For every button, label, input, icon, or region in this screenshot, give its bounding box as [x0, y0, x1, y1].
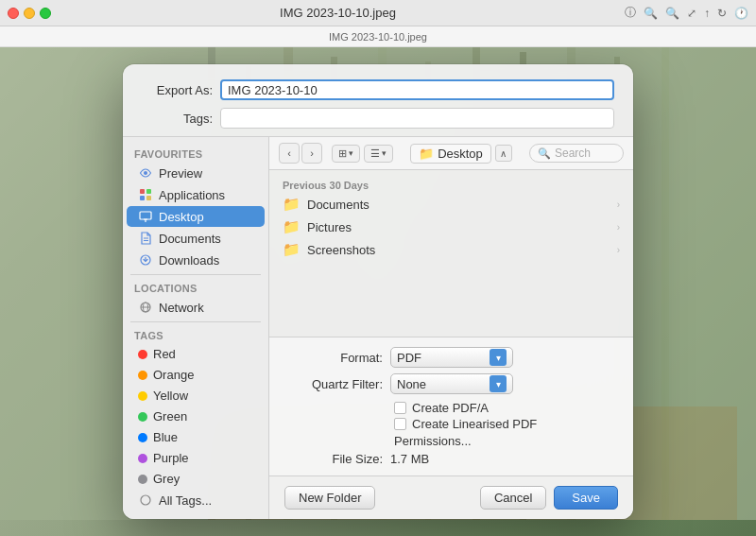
share-icon[interactable]: ↑ [704, 7, 710, 20]
path-selector: 📁 Desktop ∧ [399, 144, 524, 164]
sidebar-item-blue[interactable]: Blue [127, 427, 265, 447]
background-window: IMG 2023-10-10.jpeg ⓘ 🔍 🔍 ⤢ ↑ ↻ 🕐 IMG 20… [0, 0, 756, 536]
subtitle-label: IMG 2023-10-10.jpeg [329, 31, 427, 43]
search-icon: 🔍 [538, 147, 551, 160]
folder-dropdown[interactable]: 📁 Desktop [410, 144, 491, 164]
sidebar-item-yellow[interactable]: Yellow [127, 386, 265, 406]
orange-dot [138, 371, 147, 380]
grid-icon: ⊞ [338, 147, 347, 160]
sidebar-item-network[interactable]: Network [127, 297, 265, 318]
checkbox-linearised-row: Create Linearised PDF [288, 416, 614, 432]
file-section-previous-30: Previous 30 Days [269, 174, 633, 193]
maximize-button[interactable] [40, 8, 51, 19]
format-select-arrow: ▾ [490, 349, 507, 366]
desktop-icon [138, 209, 153, 224]
subtitle-bar: IMG 2023-10-10.jpeg [0, 26, 756, 47]
file-item-screenshots-label: Screenshots [307, 243, 375, 257]
app-icon [138, 187, 153, 202]
path-expand-button[interactable]: ∧ [495, 145, 512, 162]
save-button[interactable]: Save [554, 486, 618, 510]
sidebar-item-desktop-label: Desktop [159, 210, 204, 224]
toolbar-icons: ⓘ 🔍 🔍 ⤢ ↑ ↻ 🕐 [625, 5, 748, 21]
file-item-pictures[interactable]: 📁 Pictures › [269, 216, 633, 238]
file-item-documents[interactable]: 📁 Documents › [269, 193, 633, 216]
minimize-button[interactable] [24, 8, 35, 19]
back-button[interactable]: ‹ [279, 143, 300, 164]
sidebar-item-network-label: Network [159, 301, 204, 315]
tags-input[interactable] [220, 108, 614, 129]
info-icon[interactable]: ⓘ [625, 5, 636, 21]
tag-red-label: Red [153, 347, 176, 361]
downloads-icon [138, 252, 153, 268]
sidebar-item-downloads[interactable]: Downloads [127, 250, 265, 270]
sidebar-item-desktop[interactable]: Desktop [127, 206, 265, 227]
folder-pictures-icon: 📁 [283, 218, 300, 235]
sidebar-item-applications-label: Applications [159, 188, 225, 202]
sidebar-item-preview[interactable]: Preview [127, 163, 265, 183]
dialog-overlay: Export As: IMG 2023-10-10 Tags: Favourit… [0, 47, 756, 536]
list-icon: ☰ [370, 147, 380, 160]
grid-view-button[interactable]: ⊞ ▾ [332, 145, 360, 163]
window-title: IMG 2023-10-10.jpeg [57, 6, 619, 20]
all-tags-label: All Tags... [159, 493, 212, 508]
svg-rect-17 [140, 196, 145, 200]
zoom-in-icon[interactable]: 🔍 [644, 7, 658, 20]
nav-bar: ‹ › ⊞ ▾ ☰ ▾ [269, 137, 633, 170]
search-box[interactable]: 🔍 Search [529, 144, 624, 163]
sidebar-item-purple[interactable]: Purple [127, 448, 265, 468]
quartz-value: None [397, 377, 426, 391]
sidebar-item-red[interactable]: Red [127, 344, 265, 364]
zoom-out-icon[interactable]: 🔍 [665, 7, 679, 20]
sidebar-item-documents[interactable]: Documents [127, 228, 265, 249]
sidebar-item-grey[interactable]: Grey [127, 469, 265, 489]
svg-rect-16 [146, 189, 151, 194]
close-button[interactable] [8, 8, 19, 19]
save-dialog: Export As: IMG 2023-10-10 Tags: Favourit… [123, 64, 633, 519]
new-folder-button[interactable]: New Folder [284, 486, 375, 510]
view-controls: ⊞ ▾ ☰ ▾ [332, 145, 393, 163]
locations-label: Locations [123, 279, 268, 296]
sidebar-item-green[interactable]: Green [127, 406, 265, 426]
permissions-link[interactable]: Permissions... [394, 434, 472, 448]
options-area: Format: PDF ▾ Quartz Filter: [269, 337, 633, 475]
sidebar: Favourites Preview [123, 137, 269, 519]
format-value: PDF [397, 351, 421, 365]
chevron-documents-icon: › [617, 199, 620, 210]
traffic-lights [8, 8, 51, 19]
cancel-button[interactable]: Cancel [480, 486, 546, 510]
export-as-input[interactable]: IMG 2023-10-10 [220, 79, 614, 100]
list-view-button[interactable]: ☰ ▾ [364, 145, 393, 163]
forward-button[interactable]: › [301, 143, 322, 164]
dialog-body: Favourites Preview [123, 137, 633, 519]
yellow-dot [138, 391, 147, 401]
checkbox-pdf-a[interactable] [394, 402, 406, 414]
format-label: Format: [288, 351, 383, 365]
sidebar-divider-1 [130, 274, 261, 275]
fit-icon[interactable]: ⤢ [687, 7, 696, 20]
quartz-label: Quartz Filter: [288, 377, 383, 391]
file-item-screenshots[interactable]: 📁 Screenshots › [269, 238, 633, 261]
filesize-row: File Size: 1.7 MB [288, 452, 614, 466]
sidebar-item-all-tags[interactable]: All Tags... [127, 490, 265, 510]
rotate-icon[interactable]: ↻ [717, 7, 727, 20]
checkbox-linearised[interactable] [394, 418, 406, 430]
format-row: Format: PDF ▾ [288, 347, 614, 368]
export-as-label: Export As: [142, 83, 213, 97]
quartz-dropdown[interactable]: None ▾ [390, 373, 513, 394]
tags-row: Tags: [142, 108, 614, 129]
format-dropdown[interactable]: PDF ▾ [390, 347, 513, 368]
favourites-label: Favourites [123, 145, 268, 162]
quartz-select-arrow: ▾ [490, 375, 507, 392]
quartz-row: Quartz Filter: None ▾ [288, 373, 614, 394]
export-row: Export As: IMG 2023-10-10 [142, 79, 614, 100]
tags-label: Tags [123, 326, 268, 343]
svg-rect-15 [140, 189, 145, 194]
search-placeholder: Search [555, 147, 591, 160]
sidebar-item-orange[interactable]: Orange [127, 365, 265, 385]
clock-icon[interactable]: 🕐 [734, 7, 748, 20]
sidebar-item-applications[interactable]: Applications [127, 184, 265, 205]
svg-rect-19 [140, 212, 151, 219]
file-list: Previous 30 Days 📁 Documents › 📁 Picture… [269, 170, 633, 337]
chevron-pictures-icon: › [617, 222, 620, 233]
svg-rect-18 [146, 196, 151, 200]
